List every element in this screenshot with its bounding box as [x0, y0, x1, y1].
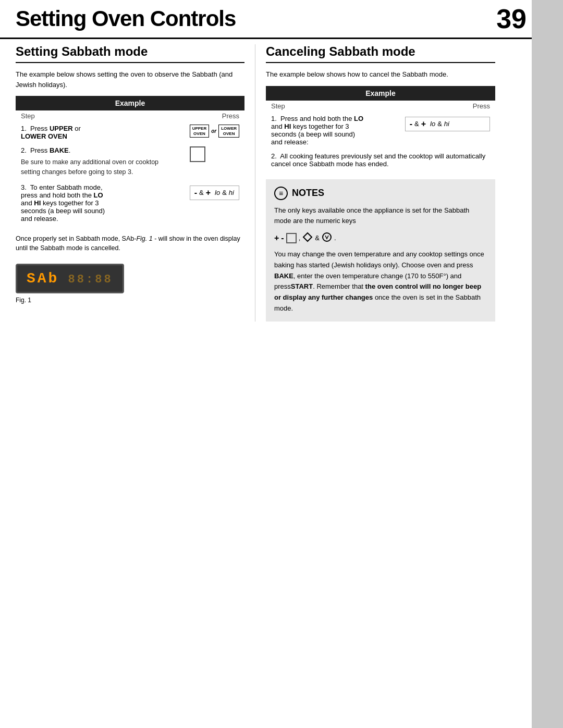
page-title: Setting Oven Controls — [16, 6, 236, 31]
left-step-3-text: 3. To enter Sabbath mode,press and hold … — [16, 180, 185, 226]
page-header: Setting Oven Controls 39 — [0, 0, 563, 39]
fig-label: Fig. 1 — [16, 297, 244, 304]
square-key-note — [286, 233, 297, 243]
left-step-1-press: UPPEROVEN or LOWEROVEN — [185, 121, 244, 143]
right-section-title: Canceling Sabbath mode — [266, 44, 495, 63]
lower-oven-key: LOWEROVEN — [218, 125, 239, 138]
plus-key-left: + — [206, 188, 211, 198]
hi-key-left: hi — [229, 189, 234, 196]
bake-key — [190, 146, 205, 162]
oven-keys: UPPEROVEN or LOWEROVEN — [190, 125, 239, 138]
lo-key-right: lo — [430, 120, 435, 128]
right-column: Canceling Sabbath mode The example below… — [255, 44, 495, 322]
page-number: 39 — [496, 5, 527, 32]
minus-key-note: - — [281, 233, 284, 243]
left-col-press-label: Press — [185, 110, 244, 121]
display-sab: SAb — [27, 270, 59, 287]
left-step-3-row: 3. To enter Sabbath mode,press and hold … — [16, 180, 244, 226]
left-example-table: Example Step Press 1. Press UPPER orLOWE… — [16, 96, 244, 226]
minus-key-right: - — [410, 119, 412, 129]
step-2-note: Be sure to make any additional oven or c… — [21, 157, 179, 177]
lo-hi-keys-right: - & + lo & hi — [405, 117, 490, 131]
display-figure: SAb 88:88 — [16, 264, 244, 293]
left-column: Setting Sabbath mode The example below s… — [16, 44, 255, 322]
notes-box: ≡ NOTES The only keys available once the… — [266, 179, 495, 322]
upper-oven-key: UPPEROVEN — [190, 125, 210, 138]
sidebar-bar — [532, 0, 563, 728]
right-step-1-text: 1. Press and hold both the LOand HI keys… — [266, 112, 400, 149]
ampersand-1: & — [199, 189, 204, 196]
left-step-2-text: 2. Press BAKE. Be sure to make any addit… — [16, 143, 185, 180]
below-steps-text: Once properly set in Sabbath mode, SAb-F… — [16, 234, 244, 254]
left-example-header: Example — [16, 96, 244, 110]
diamond-key-note — [302, 232, 313, 244]
lo-key-left: lo — [215, 189, 220, 196]
ampersand-4: & — [437, 120, 442, 128]
plus-key-right: + — [421, 119, 426, 129]
right-step-1-press: - & + lo & hi — [400, 112, 495, 149]
left-step-1-text: 1. Press UPPER orLOWER OVEN — [16, 121, 185, 143]
right-step-2-row: 2. All cooking features previously set a… — [266, 149, 495, 171]
right-section-description: The example below shows how to cancel th… — [266, 69, 495, 80]
right-step-1-row: 1. Press and hold both the LOand HI keys… — [266, 112, 495, 149]
main-content: Setting Sabbath mode The example below s… — [0, 44, 563, 337]
oven-display: SAb 88:88 — [16, 264, 124, 293]
left-col-step-label: Step — [16, 110, 185, 121]
hi-key-right: hi — [444, 120, 449, 128]
left-step-2-row: 2. Press BAKE. Be sure to make any addit… — [16, 143, 244, 180]
ampersand-3: & — [414, 120, 419, 128]
right-col-step-label: Step — [266, 101, 400, 112]
display-time: 88:88 — [59, 273, 113, 286]
plus-key-note: + — [274, 233, 279, 243]
ampersand-2: & — [222, 189, 227, 196]
left-step-3-press: - & + lo & hi — [185, 180, 244, 226]
lo-hi-keys-left: - & + lo & hi — [190, 186, 239, 200]
left-section-title: Setting Sabbath mode — [16, 44, 244, 63]
notes-title: NOTES — [292, 188, 324, 199]
notes-para1: The only keys available once the applian… — [274, 205, 487, 227]
right-example-header: Example — [266, 86, 495, 101]
or-text: or — [211, 128, 216, 134]
minus-key-left: - — [194, 188, 197, 198]
notes-header: ≡ NOTES — [274, 187, 487, 200]
notes-keys-line: + - , & . — [274, 232, 487, 244]
svg-marker-0 — [303, 233, 312, 241]
right-col-press-label: Press — [400, 101, 495, 112]
notes-para2: You may change the oven temperature and … — [274, 249, 487, 314]
notes-icon: ≡ — [274, 187, 288, 200]
left-section-description: The example below shows setting the oven… — [16, 69, 244, 90]
right-example-table: Example Step Press 1. Press and hold bot… — [266, 86, 495, 171]
left-step-1-row: 1. Press UPPER orLOWER OVEN UPPEROVEN or… — [16, 121, 244, 143]
svg-point-1 — [323, 233, 331, 241]
left-step-2-press — [185, 143, 244, 180]
circle-arrow-key-note — [322, 232, 332, 244]
right-step-2-text: 2. All cooking features previously set a… — [266, 149, 495, 171]
